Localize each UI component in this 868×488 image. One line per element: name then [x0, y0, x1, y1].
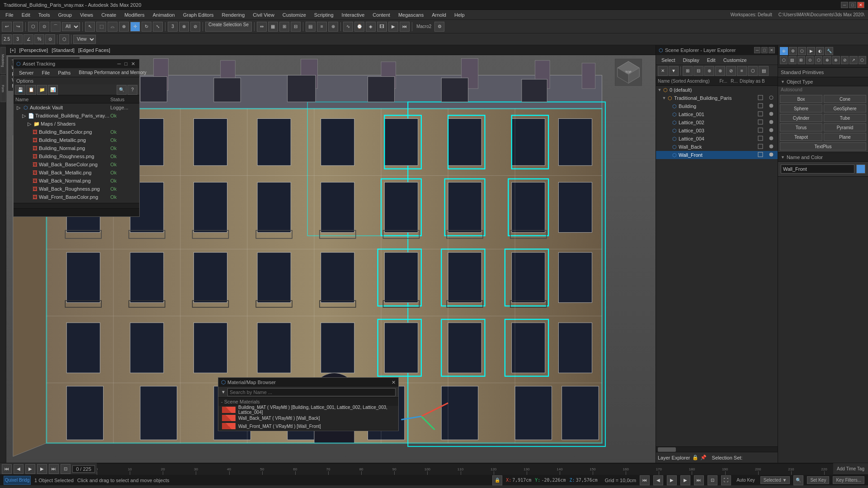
at-menu-file[interactable]: File	[38, 69, 53, 76]
ribbon[interactable]: ≡	[317, 22, 327, 32]
create-selection-btn[interactable]: Create Selection Se	[205, 22, 252, 32]
sb-key[interactable]: ⊡	[708, 475, 717, 485]
maximize-btn[interactable]: □	[849, 2, 856, 8]
se-tb-search[interactable]: ▼	[669, 66, 679, 76]
props-btn-i[interactable]: ↗	[849, 56, 857, 64]
se-tb-5[interactable]: ⊗	[715, 66, 725, 76]
select-region[interactable]: ⬚	[96, 22, 106, 32]
menu-views[interactable]: Views	[76, 11, 97, 19]
mb-close-btn[interactable]: ✕	[392, 380, 396, 385]
se-tb-9[interactable]: ▤	[759, 66, 769, 76]
props-hierarchy-btn[interactable]: ⬡	[798, 47, 806, 55]
prev-frame-btn[interactable]: ◀	[14, 464, 24, 474]
se-tb-2[interactable]: ⊞	[683, 66, 693, 76]
props-btn-h[interactable]: ⊘	[841, 56, 849, 64]
fence-btn[interactable]: ⌒	[51, 22, 61, 32]
at-btn1[interactable]: 💾	[15, 85, 25, 95]
mb-item-wallback[interactable]: Wall_Back_MAT ( VRayMtl ) [Wall_Back]	[218, 414, 398, 422]
se-tb-8[interactable]: ⬡	[748, 66, 758, 76]
se-expand-0[interactable]: ▼	[657, 88, 662, 92]
menu-create[interactable]: Create	[98, 11, 120, 19]
snap-2d[interactable]: 2.5	[2, 34, 12, 44]
redo-btn[interactable]: ↪	[13, 22, 23, 32]
next-frame-btn[interactable]: ▶	[37, 464, 47, 474]
props-btn-b[interactable]: ▤	[788, 56, 796, 64]
at-row-r-building[interactable]: 🖼 Building_Roughness.png Ok	[14, 152, 139, 160]
props-btn-a[interactable]: ⬡	[780, 56, 788, 64]
lasso-select[interactable]: ⌓	[108, 22, 118, 32]
selected-dropdown[interactable]: Selected ▼	[760, 476, 790, 484]
name-color-header[interactable]: ▼ Name and Color	[778, 153, 868, 162]
rotate-tool[interactable]: ↻	[142, 22, 151, 32]
se-scroll-thumb[interactable]	[658, 447, 676, 452]
se-minimize-btn[interactable]: ─	[754, 47, 760, 53]
vp-standard[interactable]: [Standard]	[52, 47, 75, 53]
transform-lock-btn[interactable]: 🔒	[492, 475, 502, 485]
quixel-bridge-btn[interactable]: Quixel Bridg	[4, 476, 31, 485]
at-row-mainfile[interactable]: ▷ 📄 Traditional_Building_Paris_vray.max …	[14, 112, 139, 120]
se-expand-tbp[interactable]: ▼	[661, 96, 667, 100]
menu-scripting[interactable]: Scripting	[311, 11, 337, 19]
curve-editor[interactable]: ∿	[343, 22, 353, 32]
modeling-tab[interactable]: Modeling	[0, 47, 6, 74]
vp-plus[interactable]: [+]	[10, 47, 16, 53]
menu-customize[interactable]: Customize	[279, 11, 310, 19]
menu-arnold[interactable]: Arnold	[428, 11, 450, 19]
at-row-n-building[interactable]: 🖼 Building_Normal.png Ok	[14, 144, 139, 152]
at-row-vault[interactable]: ▷ ⬡ Autodesk Vault Logge...	[14, 103, 139, 112]
at-row-wbm[interactable]: 🖼 Wall_Back_Metallic.png Ok	[14, 169, 139, 177]
menu-edit[interactable]: Edit	[18, 11, 34, 19]
se-maximize-btn[interactable]: □	[761, 47, 768, 53]
nav-cube[interactable]: TOP	[615, 59, 642, 86]
pivot[interactable]: ⊘	[190, 22, 200, 32]
sb-play-prev[interactable]: ⏮	[640, 475, 650, 485]
play-prev-btn[interactable]: ⏮	[2, 464, 12, 474]
se-row-tbp[interactable]: ▼ ⬡ Traditional_Building_Paris	[656, 94, 778, 102]
se-close-btn[interactable]: ✕	[769, 47, 775, 53]
at-search-btn[interactable]: 🔍	[117, 85, 127, 95]
at-horizontal-scrollbar[interactable]	[14, 203, 139, 208]
sb-play[interactable]: ▶	[667, 475, 677, 485]
obj-type-header[interactable]: ▼ Object Type	[778, 77, 868, 86]
cube-face[interactable]: TOP	[615, 59, 642, 86]
align-btn[interactable]: ⊞	[279, 22, 289, 32]
time-tag-label[interactable]: Add Time Tag	[835, 466, 866, 471]
mb-item-building[interactable]: Building_MAT ( VRayMtl ) [Building, Latt…	[218, 406, 398, 414]
menu-modifiers[interactable]: Modifiers	[121, 11, 148, 19]
obj-sphere-btn[interactable]: Sphere	[780, 104, 822, 113]
frame-counter[interactable]: 0 / 225	[72, 465, 95, 473]
paint-select[interactable]: ⊕	[119, 22, 129, 32]
se-menu-display[interactable]: Display	[679, 56, 703, 64]
mirror-btn[interactable]: ⇔	[257, 22, 267, 32]
obj-cylinder-btn[interactable]: Cylinder	[780, 114, 822, 122]
menu-content[interactable]: Content	[369, 11, 394, 19]
se-row-lattice004[interactable]: ⬡ Lattice_004	[656, 135, 778, 143]
obj-plane-btn[interactable]: Plane	[824, 133, 866, 141]
at-row-wfbc[interactable]: 🖼 Wall_Front_BaseColor.png Ok	[14, 193, 139, 201]
se-tb-1[interactable]: ✕	[658, 66, 668, 76]
menu-rendering[interactable]: Rendering	[218, 11, 249, 19]
se-menu-customize[interactable]: Customize	[720, 56, 750, 64]
props-btn-c[interactable]: ⊞	[797, 56, 805, 64]
obj-geosphere-btn[interactable]: GeoSphere	[824, 104, 866, 113]
array-btn[interactable]: ▦	[268, 22, 278, 32]
se-row-0default[interactable]: ▼ ⬡ 0 (default)	[656, 86, 778, 94]
mb-title-bar[interactable]: ⬡ Material/Map Browser ✕	[218, 378, 398, 387]
obj-box-btn[interactable]: Box	[780, 95, 822, 103]
se-row-wallfront[interactable]: ⬡ Wall_Front	[656, 151, 778, 159]
vp-perspective[interactable]: [Perspective]	[19, 47, 48, 53]
menu-civil-view[interactable]: Civil View	[249, 11, 278, 19]
sb-full[interactable]: ⛶	[721, 475, 731, 485]
se-menu-select[interactable]: Select	[658, 56, 679, 64]
filter-select[interactable]: All	[62, 22, 80, 31]
at-maximize-btn[interactable]: □	[123, 61, 129, 67]
play-next-btn[interactable]: ⏭	[49, 464, 59, 474]
form-tab[interactable]: Form	[0, 75, 6, 102]
props-btn-d[interactable]: ⊙	[806, 56, 814, 64]
layer-mgr[interactable]: ▤	[306, 22, 316, 32]
menu-megascans[interactable]: Megascans	[395, 11, 427, 19]
se-horizontal-scrollbar[interactable]	[656, 446, 778, 452]
obj-teapot-btn[interactable]: Teapot	[780, 133, 822, 141]
props-motion-btn[interactable]: ▶	[807, 47, 815, 55]
menu-animation[interactable]: Animation	[149, 11, 179, 19]
